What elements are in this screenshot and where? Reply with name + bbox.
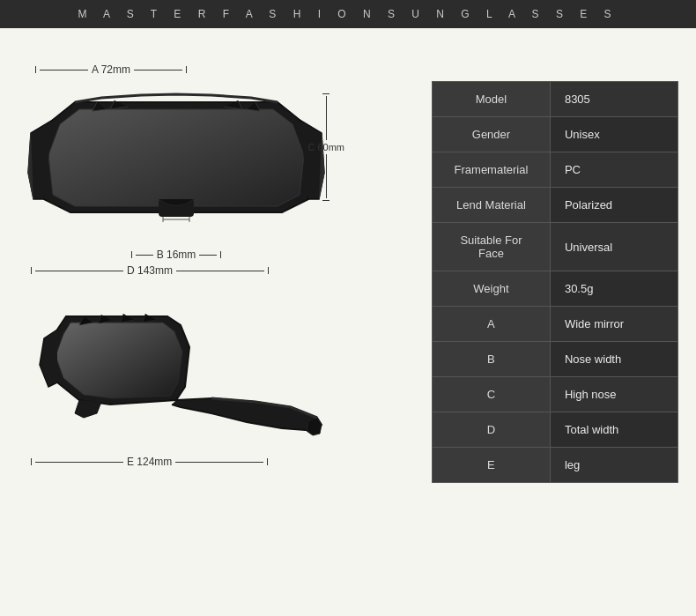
right-panel: Model8305GenderUnisexFramematerialPCLend…	[423, 28, 696, 501]
spec-label: C	[433, 377, 551, 412]
spec-value: Unisex	[550, 117, 677, 152]
spec-value: Universal	[550, 223, 677, 271]
spec-row: Lend MaterialPolarized	[433, 188, 678, 223]
spec-row: Suitable For FaceUniversal	[433, 223, 678, 271]
header-bar: M A S T E R F A S H I O N S U N G L A S …	[0, 0, 696, 28]
spec-label: E	[433, 448, 551, 483]
spec-row: Model8305	[433, 82, 678, 117]
spec-row: FramematerialPC	[433, 152, 678, 188]
spec-row: Eleg	[433, 448, 678, 483]
spec-row: GenderUnisex	[433, 117, 678, 152]
spec-label: Model	[433, 82, 551, 117]
spec-row: DTotal width	[433, 412, 678, 448]
left-panel: A 72mm	[0, 28, 423, 501]
dimension-b-label: B 16mm	[157, 249, 196, 261]
spec-value: Polarized	[550, 188, 677, 223]
dimension-a-label: A 72mm	[92, 63, 130, 76]
side-view-section: E 124mm	[26, 303, 414, 468]
spec-value: Total width	[550, 412, 677, 448]
brand-title: M A S T E R F A S H I O N S U N G L A S …	[78, 8, 618, 20]
spec-label: A	[433, 307, 551, 342]
dimension-c-label: C 60mm	[307, 142, 344, 152]
spec-label: D	[433, 412, 551, 448]
glasses-side-svg	[26, 303, 326, 449]
spec-value: 8305	[550, 82, 677, 117]
dimension-d-label: D 143mm	[127, 264, 173, 277]
spec-row: CHigh nose	[433, 377, 678, 412]
spec-label: Weight	[433, 271, 551, 307]
dimension-e-indicator: E 124mm	[31, 456, 326, 468]
spec-label: B	[433, 342, 551, 377]
spec-value: leg	[550, 448, 677, 483]
spec-label: Gender	[433, 117, 551, 152]
front-view-section: A 72mm	[26, 63, 414, 277]
dimension-c-indicator: C 60mm	[304, 93, 348, 201]
spec-value: PC	[550, 152, 677, 188]
dimension-e-label: E 124mm	[127, 456, 172, 468]
spec-label: Lend Material	[433, 188, 551, 223]
spec-value: High nose	[550, 377, 677, 412]
spec-label: Suitable For Face	[433, 223, 551, 271]
page-wrapper: M A S T E R F A S H I O N S U N G L A S …	[0, 0, 696, 501]
spec-value: Wide mirror	[550, 307, 677, 342]
spec-value: 30.5g	[550, 271, 677, 307]
spec-row: Weight30.5g	[433, 271, 678, 307]
glasses-front-svg	[26, 85, 326, 243]
spec-row: BNose width	[433, 342, 678, 377]
spec-value: Nose width	[550, 342, 677, 377]
spec-label: Framematerial	[433, 152, 551, 188]
spec-table: Model8305GenderUnisexFramematerialPCLend…	[432, 81, 678, 483]
spec-row: AWide mirror	[433, 307, 678, 342]
